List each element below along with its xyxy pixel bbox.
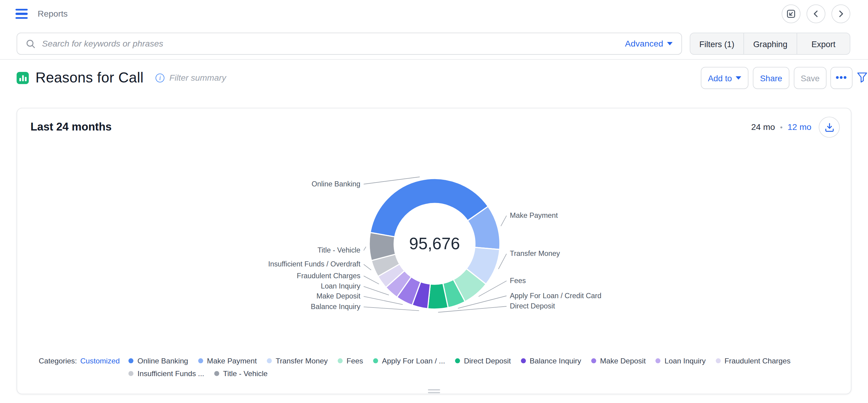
info-icon[interactable]: i (155, 73, 164, 82)
report-type-icon (17, 72, 29, 84)
forward-button[interactable] (831, 4, 850, 23)
donut-chart: Online BankingMake PaymentTransfer Money… (17, 108, 852, 395)
more-options-button[interactable]: ••• (831, 67, 852, 89)
legend-item[interactable]: Make Payment (198, 355, 257, 367)
export-button[interactable]: Export (797, 33, 850, 55)
legend-color-dot (455, 358, 460, 363)
add-to-label: Add to (708, 73, 732, 83)
back-button[interactable] (807, 4, 825, 23)
page-title: Reasons for Call (35, 69, 144, 87)
popout-window-icon (787, 9, 796, 18)
toolbar-button-group: Filters (1) Graphing Export (690, 33, 850, 55)
label-leader-line (498, 254, 506, 269)
legend-item-label: Fees (347, 355, 363, 367)
legend-color-dot (214, 371, 219, 376)
slice-label: Fees (510, 276, 526, 284)
chevron-right-icon (837, 10, 845, 18)
slice-label: Insufficient Funds / Overdraft (268, 260, 361, 268)
filter-summary-label: Filter summary (169, 73, 226, 83)
legend-color-dot (267, 358, 272, 363)
slice-label: Make Deposit (316, 292, 361, 300)
legend-item[interactable]: Insufficient Funds ... (128, 367, 204, 380)
legend-item-label: Transfer Money (276, 355, 328, 367)
legend-item-label: Fraudulent Charges (725, 355, 790, 367)
label-leader-line (364, 276, 379, 284)
slice-label: Title - Vehicle (317, 246, 361, 254)
legend-color-dot (521, 358, 526, 363)
legend-item-label: Balance Inquiry (530, 355, 581, 367)
slice-label: Loan Inquiry (321, 282, 361, 290)
chart-legend: Categories: Customized Online BankingMak… (39, 355, 839, 380)
legend-color-dot (656, 358, 660, 363)
legend-item[interactable]: Fees (338, 355, 363, 367)
filter-panel-toggle[interactable] (857, 72, 867, 85)
legend-item-label: Insufficient Funds ... (137, 367, 205, 380)
legend-item-label: Title - Vehicle (223, 367, 267, 380)
report-card: Last 24 months 24 mo • 12 mo Online Bank… (17, 108, 851, 394)
advanced-search-toggle[interactable]: Advanced (625, 39, 673, 48)
legend-item-label: Make Payment (207, 355, 257, 367)
legend-item-label: Direct Deposit (464, 355, 511, 367)
slice-label: Fraudulent Charges (297, 272, 360, 280)
advanced-label: Advanced (625, 39, 663, 48)
search-icon (26, 39, 35, 48)
label-leader-line (364, 247, 366, 250)
categories-label: Categories: (39, 355, 77, 367)
legend-item-label: Make Deposit (600, 355, 646, 367)
label-leader-line (501, 216, 506, 226)
filters-button[interactable]: Filters (1) (690, 33, 743, 55)
top-bar: Reports A (0, 0, 868, 60)
legend-item[interactable]: Transfer Money (267, 355, 328, 367)
breadcrumb: Reports (37, 9, 67, 19)
legend-color-dot (198, 358, 203, 363)
slice-label: Online Banking (311, 180, 360, 188)
slice-label: Make Payment (510, 211, 558, 219)
chevron-down-icon (667, 42, 673, 45)
legend-color-dot (373, 358, 378, 363)
legend-color-dot (128, 358, 133, 363)
label-leader-line (364, 307, 419, 310)
graphing-button[interactable]: Graphing (743, 33, 797, 55)
share-button[interactable]: Share (753, 67, 789, 89)
legend-item-label: Apply For Loan / ... (382, 355, 445, 367)
donut-total-value: 95,676 (409, 234, 460, 253)
slice-label: Transfer Money (510, 249, 560, 258)
legend-item[interactable]: Make Deposit (591, 355, 646, 367)
legend-color-dot (591, 358, 596, 363)
save-button[interactable]: Save (794, 67, 827, 89)
label-leader-line (364, 287, 389, 295)
legend-item[interactable]: Fraudulent Charges (716, 355, 790, 367)
search-input[interactable] (41, 38, 625, 49)
legend-color-dot (338, 358, 342, 363)
slice-label: Balance Inquiry (311, 302, 361, 310)
legend-item[interactable]: Balance Inquiry (521, 355, 581, 367)
add-to-button[interactable]: Add to (701, 67, 748, 89)
legend-item[interactable]: Online Banking (128, 355, 188, 367)
slice-label: Apply For Loan / Credit Card (510, 292, 601, 300)
legend-item[interactable]: Apply For Loan / ... (373, 355, 445, 367)
legend-items: Online BankingMake PaymentTransfer Money… (128, 355, 839, 380)
app-window: Reports A (0, 0, 868, 403)
legend-item-label: Loan Inquiry (664, 355, 706, 367)
label-leader-line (364, 264, 371, 270)
chevron-left-icon (812, 10, 820, 18)
legend-item[interactable]: Loan Inquiry (656, 355, 706, 367)
search-bar[interactable]: Advanced (17, 33, 682, 55)
funnel-icon (857, 72, 867, 83)
menu-icon[interactable] (16, 8, 29, 20)
chevron-down-icon (736, 76, 741, 80)
categories-customized-link[interactable]: Customized (80, 355, 120, 367)
legend-color-dot (716, 358, 720, 363)
resize-handle[interactable] (428, 390, 440, 393)
slice-label: Direct Deposit (510, 302, 555, 310)
legend-item[interactable]: Direct Deposit (455, 355, 511, 367)
legend-item-label: Online Banking (137, 355, 188, 367)
legend-color-dot (128, 371, 133, 376)
popout-window-button[interactable] (781, 4, 800, 23)
legend-item[interactable]: Title - Vehicle (214, 367, 268, 380)
donut-slice[interactable] (370, 178, 488, 237)
